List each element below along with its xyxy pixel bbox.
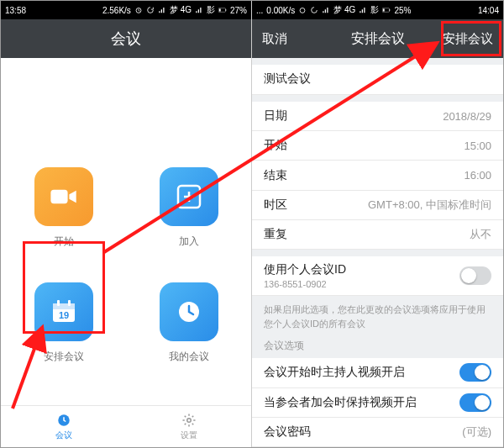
status-extra: 影	[370, 4, 379, 16]
signal-icon	[195, 6, 203, 14]
status-carrier: 梦 4G	[333, 4, 355, 16]
field-value: 15:00	[464, 140, 491, 152]
status-dots: ...	[256, 6, 263, 15]
calendar-icon: 19	[50, 298, 77, 325]
svg-rect-7	[53, 303, 75, 309]
nav-done-button[interactable]: 安排会议	[439, 29, 496, 50]
opt-host-video[interactable]: 会议开始时主持人视频开启	[252, 358, 503, 387]
signal-icon	[322, 6, 330, 14]
tile-schedule[interactable]: 19 安排会议	[34, 282, 93, 364]
svg-rect-3	[219, 8, 221, 11]
nav-bar-right: 取消 安排会议 安排会议	[252, 19, 503, 58]
field-value: (可选)	[462, 424, 491, 440]
field-label: 时区	[264, 198, 287, 213]
signal-icon	[359, 6, 367, 14]
field-pmi[interactable]: 使用个人会议ID 136-8551-0902	[252, 256, 503, 296]
field-label: 重复	[264, 227, 287, 242]
field-label: 日期	[264, 108, 287, 124]
field-value: GMT+8:00, 中国标准时间	[368, 198, 491, 213]
pmi-id: 136-8551-0902	[264, 279, 346, 289]
svg-text:19: 19	[58, 310, 68, 320]
status-bar-right: ... 0.00K/s 梦 4G 影 25% 14:04	[252, 1, 503, 19]
field-label: 使用个人会议ID	[264, 262, 346, 277]
field-value: 16:00	[464, 169, 491, 182]
home-body: 开始 加入 19 安排会议	[1, 58, 251, 405]
toggle-attendee-video[interactable]	[459, 393, 491, 412]
phone-right: ... 0.00K/s 梦 4G 影 25% 14:04 取消 安排会议 安排会…	[252, 1, 503, 447]
field-value: 从不	[470, 227, 491, 242]
tile-label: 加入	[179, 235, 199, 249]
field-timezone[interactable]: 时区 GMT+8:00, 中国标准时间	[252, 191, 503, 220]
battery-icon	[218, 6, 227, 14]
clock-icon	[56, 413, 71, 428]
tile-label: 开始	[54, 235, 74, 249]
svg-rect-2	[225, 9, 226, 11]
status-time: 13:58	[5, 6, 26, 15]
opt-password[interactable]: 会议密码 (可选)	[252, 418, 503, 447]
pmi-note: 如果启用此选项，您在此更改的会议选项将应用于使用您个人会议ID的所有会议	[252, 296, 503, 334]
meeting-name-value: 测试会议	[264, 71, 311, 87]
clock-icon	[176, 299, 202, 324]
tab-meeting[interactable]: 会议	[1, 406, 126, 447]
tile-label: 安排会议	[44, 350, 84, 364]
sync-icon	[310, 6, 318, 14]
svg-point-14	[300, 8, 305, 13]
alarm-icon	[298, 6, 307, 14]
status-time: 14:04	[478, 6, 499, 15]
field-start[interactable]: 开始 15:00	[252, 131, 503, 161]
tab-bar: 会议 设置	[1, 405, 251, 447]
toggle-host-video[interactable]	[459, 363, 491, 382]
tile-label: 我的会议	[169, 350, 209, 364]
plus-icon	[176, 184, 202, 209]
alarm-icon	[134, 6, 143, 14]
tab-label: 会议	[55, 430, 72, 441]
field-value: 2018/8/29	[443, 110, 491, 123]
svg-rect-8	[57, 300, 60, 306]
field-label: 会议密码	[264, 424, 311, 440]
video-icon	[49, 187, 79, 206]
status-battery: 25%	[394, 6, 411, 15]
schedule-form: 测试会议 日期 2018/8/29 开始 15:00 结束 16:00 时区 G…	[252, 58, 503, 447]
tile-start[interactable]: 开始	[34, 167, 93, 249]
field-meeting-name[interactable]: 测试会议	[252, 65, 503, 94]
svg-point-13	[186, 418, 191, 422]
nav-title: 安排会议	[351, 30, 405, 48]
signal-icon	[158, 6, 166, 14]
tab-label: 设置	[181, 430, 197, 441]
svg-rect-16	[390, 9, 391, 11]
sync-icon	[146, 6, 155, 14]
nav-cancel-button[interactable]: 取消	[262, 31, 287, 47]
svg-rect-4	[50, 190, 67, 204]
status-extra: 影	[207, 4, 215, 16]
field-label: 当参会者加会时保持视频开启	[264, 395, 417, 410]
status-battery: 27%	[230, 6, 247, 15]
svg-rect-9	[68, 300, 71, 306]
field-label: 结束	[264, 168, 287, 183]
gear-icon	[181, 413, 197, 428]
tile-join[interactable]: 加入	[160, 167, 218, 249]
field-repeat[interactable]: 重复 从不	[252, 220, 503, 250]
field-date[interactable]: 日期 2018/8/29	[252, 102, 503, 131]
field-label: 会议开始时主持人视频开启	[264, 365, 405, 380]
svg-rect-17	[383, 8, 385, 11]
phone-left: 13:58 2.56K/s 梦 4G 影 27% 会议	[1, 1, 252, 447]
field-end[interactable]: 结束 16:00	[252, 161, 503, 190]
options-header: 会议选项	[252, 334, 503, 358]
tile-mine[interactable]: 我的会议	[160, 282, 218, 364]
nav-title: 会议	[111, 29, 141, 49]
status-net: 0.00K/s	[266, 6, 295, 15]
toggle-pmi[interactable]	[459, 266, 491, 285]
battery-icon	[382, 6, 391, 14]
status-carrier: 梦 4G	[170, 4, 192, 16]
field-label: 开始	[264, 138, 287, 153]
status-bar-left: 13:58 2.56K/s 梦 4G 影 27%	[1, 1, 251, 19]
tab-settings[interactable]: 设置	[126, 406, 251, 447]
nav-bar-left: 会议	[1, 19, 251, 58]
opt-attendee-video[interactable]: 当参会者加会时保持视频开启	[252, 388, 503, 418]
status-net: 2.56K/s	[102, 6, 131, 15]
